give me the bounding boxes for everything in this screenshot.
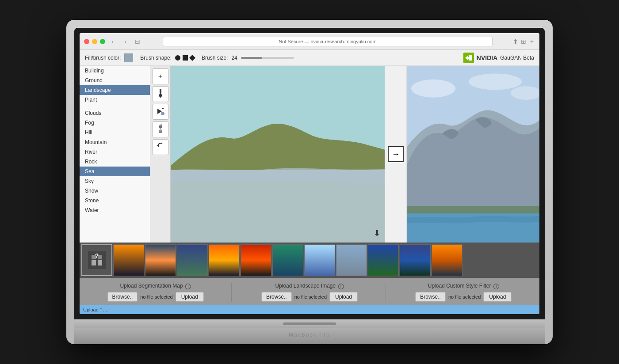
- nvidia-text: NVIDIA: [477, 54, 497, 61]
- sidebar-toggle-button[interactable]: ⊟: [133, 37, 142, 46]
- sidebar-item-landscape[interactable]: Landscape: [80, 85, 150, 95]
- sidebar-item-rock[interactable]: Rock: [80, 157, 150, 167]
- fill-color-label: Fill/brush color:: [85, 55, 121, 61]
- upload-style-controls: Browse.. no file selected Upload: [415, 292, 512, 302]
- sidebar-item-hill[interactable]: Hill: [80, 128, 150, 137]
- bottom-bar: Upload " ...: [80, 305, 539, 314]
- seg-browse-button[interactable]: Browse..: [107, 292, 138, 302]
- url-text: Not Secure — nvidia-research-mingyuliu.c…: [279, 39, 376, 44]
- sidebar-item-mountain[interactable]: Mountain: [80, 137, 150, 147]
- landscape-browse-button[interactable]: Browse..: [261, 292, 292, 302]
- style-upload-button[interactable]: Upload: [483, 292, 512, 302]
- arrow-icon: →: [392, 150, 400, 159]
- landscape-upload-button[interactable]: Upload: [329, 292, 358, 302]
- thumbnail-11[interactable]: [432, 244, 462, 276]
- diamond-shape[interactable]: [189, 55, 195, 61]
- thumbnail-3[interactable]: [177, 244, 208, 276]
- fill-tool-button[interactable]: [153, 104, 168, 120]
- close-button[interactable]: [84, 39, 89, 44]
- sidebar-item-ground[interactable]: Ground: [80, 76, 150, 85]
- svg-rect-14: [407, 206, 539, 213]
- share-button[interactable]: ⬆: [513, 38, 518, 46]
- upload-seg-panel: Upload Segmentation Map i Browse.. no fi…: [80, 283, 232, 301]
- thumbnail-8[interactable]: [336, 244, 367, 276]
- fill-color-section: Fill/brush color:: [85, 53, 133, 62]
- sidebar-item-river[interactable]: River: [80, 147, 150, 157]
- browser-actions: ⬆ ⊞ ＋: [513, 38, 535, 46]
- svg-rect-6: [160, 127, 161, 131]
- thumbnail-5[interactable]: [241, 244, 271, 276]
- gaugan-text: GauGAN Beta: [500, 55, 534, 61]
- thumbnail-10[interactable]: [400, 244, 431, 276]
- main-content: Building Ground Landscape Plant Clouds F…: [80, 66, 539, 243]
- seg-info-icon[interactable]: i: [185, 284, 191, 289]
- sidebar-item-clouds[interactable]: Clouds: [80, 108, 150, 118]
- undo-tool-button[interactable]: [153, 139, 168, 155]
- upload-seg-controls: Browse.. no file selected Upload: [107, 292, 204, 302]
- landscape-file-label: no file selected: [294, 294, 327, 300]
- sidebar-item-stone[interactable]: Stone: [80, 196, 150, 205]
- sidebar-item-snow[interactable]: Snow: [80, 186, 150, 196]
- laptop-container: ‹ › ⊟ Not Secure — nvidia-research-mingy…: [66, 20, 553, 344]
- upload-style-title: Upload Custom Style Filter i: [428, 283, 499, 289]
- brush-shape-section: Brush shape:: [140, 55, 195, 61]
- new-tab-button[interactable]: ⊞: [521, 38, 526, 46]
- thumbnail-4[interactable]: [209, 244, 240, 276]
- sidebar-item-water[interactable]: Water: [80, 205, 150, 215]
- download-icon: ⬇: [374, 229, 380, 238]
- nvidia-logo-section: NVIDIA GauGAN Beta: [463, 53, 534, 63]
- forward-button[interactable]: ›: [120, 37, 130, 46]
- eyedropper-tool-button[interactable]: [153, 121, 168, 137]
- back-button[interactable]: ‹: [108, 37, 118, 46]
- brush-size-slider[interactable]: [241, 57, 294, 59]
- random-thumbnail[interactable]: ?: [81, 244, 112, 276]
- svg-point-15: [411, 80, 455, 98]
- svg-point-1: [159, 93, 162, 98]
- brush-size-label: Brush size:: [202, 55, 228, 61]
- thumbnail-9[interactable]: [368, 244, 399, 276]
- canvas-area[interactable]: ⬇: [171, 66, 385, 243]
- add-tool-button[interactable]: +: [153, 68, 168, 84]
- upload-seg-title: Upload Segmentation Map i: [120, 283, 191, 289]
- canvas-drawing[interactable]: ⬇: [171, 66, 385, 243]
- svg-rect-23: [98, 255, 102, 259]
- svg-rect-20: [92, 260, 96, 265]
- generate-button[interactable]: →: [388, 146, 404, 162]
- brush-icon: [157, 88, 164, 100]
- add-tab-button[interactable]: ＋: [529, 38, 535, 46]
- screen: ‹ › ⊟ Not Secure — nvidia-research-mingy…: [80, 33, 539, 314]
- seg-upload-button[interactable]: Upload: [176, 292, 204, 302]
- style-info-icon[interactable]: i: [493, 284, 499, 289]
- brush-shapes: [175, 55, 195, 61]
- thumbnail-1[interactable]: [113, 244, 144, 276]
- download-button[interactable]: ⬇: [374, 228, 380, 238]
- brush-tool-button[interactable]: [153, 86, 168, 102]
- thumbnail-2[interactable]: [145, 244, 176, 276]
- svg-rect-0: [160, 89, 161, 93]
- sidebar-item-building[interactable]: Building: [80, 66, 150, 76]
- thumbnail-6[interactable]: [272, 244, 303, 276]
- maximize-button[interactable]: [100, 39, 105, 44]
- app-toolbar: Fill/brush color: Brush shape: Brush siz…: [80, 50, 539, 66]
- screen-bezel: ‹ › ⊟ Not Secure — nvidia-research-mingy…: [74, 28, 545, 319]
- upload-landscape-controls: Browse.. no file selected Upload: [261, 292, 358, 302]
- brush-size-value: 24: [231, 55, 237, 61]
- laptop-notch: [283, 322, 336, 325]
- sidebar-item-sky[interactable]: Sky: [80, 176, 150, 186]
- landscape-info-icon[interactable]: i: [338, 284, 344, 289]
- sidebar-item-fog[interactable]: Fog: [80, 118, 150, 128]
- thumbnail-strip: ?: [80, 243, 539, 278]
- minimize-button[interactable]: [92, 39, 97, 44]
- add-icon: +: [158, 72, 162, 80]
- address-bar: Not Secure — nvidia-research-mingyuliu.c…: [163, 37, 493, 46]
- svg-point-3: [161, 112, 164, 115]
- sidebar-item-sea[interactable]: Sea: [80, 167, 150, 176]
- svg-rect-13: [407, 211, 539, 243]
- thumbnail-7[interactable]: [304, 244, 335, 276]
- sidebar-item-plant[interactable]: Plant: [80, 95, 150, 105]
- color-swatch[interactable]: [124, 53, 133, 62]
- upload-landscape-panel: Upload Landscape Image i Browse.. no fil…: [233, 283, 386, 301]
- circle-shape[interactable]: [175, 55, 180, 61]
- style-browse-button[interactable]: Browse..: [415, 292, 446, 302]
- square-shape[interactable]: [183, 55, 188, 61]
